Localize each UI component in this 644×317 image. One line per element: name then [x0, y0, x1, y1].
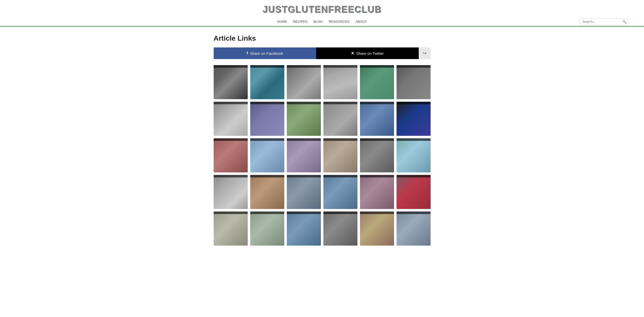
- article-card-7[interactable]: [214, 102, 248, 136]
- forward-icon: ↪: [423, 50, 427, 56]
- article-card-11[interactable]: [360, 102, 394, 136]
- article-card-18[interactable]: [397, 138, 431, 172]
- share-twitter-label: Share on Twitter: [356, 51, 384, 56]
- article-card-6[interactable]: [397, 65, 431, 99]
- article-overlay-6: [397, 65, 431, 68]
- article-card-10[interactable]: [323, 102, 357, 136]
- article-card-19[interactable]: [214, 175, 248, 209]
- nav-resources[interactable]: RESOURCES: [329, 20, 349, 23]
- article-overlay-24: [397, 175, 431, 177]
- article-overlay-14: [250, 138, 284, 141]
- article-card-16[interactable]: [323, 138, 357, 172]
- article-overlay-18: [397, 138, 431, 141]
- article-overlay-25: [214, 212, 248, 214]
- article-card-8[interactable]: [250, 102, 284, 136]
- article-overlay-9: [287, 102, 321, 104]
- article-card-14[interactable]: [250, 138, 284, 172]
- search-button[interactable]: 🔍: [620, 18, 629, 25]
- share-forward-button[interactable]: ↪: [419, 47, 431, 59]
- article-overlay-2: [250, 65, 284, 68]
- article-overlay-10: [323, 102, 357, 104]
- article-overlay-29: [360, 212, 394, 214]
- article-overlay-11: [360, 102, 394, 104]
- article-card-20[interactable]: [250, 175, 284, 209]
- article-card-28[interactable]: [323, 212, 357, 246]
- article-card-26[interactable]: [250, 212, 284, 246]
- nav-recipes[interactable]: RECIPES: [293, 20, 307, 23]
- article-card-15[interactable]: [287, 138, 321, 172]
- article-card-4[interactable]: [323, 65, 357, 99]
- article-overlay-30: [397, 212, 431, 214]
- article-overlay-5: [360, 65, 394, 68]
- article-card-30[interactable]: [397, 212, 431, 246]
- article-overlay-23: [360, 175, 394, 177]
- article-overlay-16: [323, 138, 357, 141]
- share-twitter-button[interactable]: ✕ Share on Twitter: [316, 47, 419, 59]
- article-overlay-20: [250, 175, 284, 177]
- nav-blog[interactable]: BLOG: [314, 20, 323, 23]
- share-bar: f Share on Facebook ✕ Share on Twitter ↪: [214, 47, 431, 59]
- share-facebook-button[interactable]: f Share on Facebook: [214, 47, 316, 59]
- article-overlay-19: [214, 175, 248, 177]
- article-card-21[interactable]: [287, 175, 321, 209]
- article-card-12[interactable]: [397, 102, 431, 136]
- article-overlay-15: [287, 138, 321, 141]
- article-overlay-12: [397, 102, 431, 104]
- article-card-5[interactable]: [360, 65, 394, 99]
- article-overlay-7: [214, 102, 248, 104]
- facebook-icon: f: [247, 51, 248, 56]
- site-logo[interactable]: JUSTGLUTENFREECLUB: [262, 4, 381, 15]
- article-overlay-21: [287, 175, 321, 177]
- article-card-23[interactable]: [360, 175, 394, 209]
- search-container: 🔍: [580, 18, 629, 25]
- share-facebook-label: Share on Facebook: [250, 51, 283, 56]
- article-overlay-3: [287, 65, 321, 68]
- article-overlay-13: [214, 138, 248, 141]
- site-header: JUSTGLUTENFREECLUB HOME RECIPES BLOG RES…: [0, 0, 644, 27]
- article-card-13[interactable]: [214, 138, 248, 172]
- article-card-24[interactable]: [397, 175, 431, 209]
- article-overlay-28: [323, 212, 357, 214]
- article-card-2[interactable]: [250, 65, 284, 99]
- main-nav: HOME RECIPES BLOG RESOURCES ABOUT 🔍: [0, 18, 644, 26]
- article-overlay-17: [360, 138, 394, 141]
- article-overlay-1: [214, 65, 248, 68]
- search-input[interactable]: [580, 18, 620, 25]
- article-card-17[interactable]: [360, 138, 394, 172]
- article-card-9[interactable]: [287, 102, 321, 136]
- article-overlay-26: [250, 212, 284, 214]
- article-overlay-22: [323, 175, 357, 177]
- article-overlay-4: [323, 65, 357, 68]
- main-content: Article Links f Share on Facebook ✕ Shar…: [209, 27, 436, 253]
- article-card-25[interactable]: [214, 212, 248, 246]
- article-overlay-8: [250, 102, 284, 104]
- articles-grid: [214, 65, 431, 246]
- page-title: Article Links: [214, 34, 431, 42]
- article-card-29[interactable]: [360, 212, 394, 246]
- nav-home[interactable]: HOME: [277, 20, 287, 23]
- article-card-1[interactable]: [214, 65, 248, 99]
- nav-about[interactable]: ABOUT: [355, 20, 367, 23]
- article-overlay-27: [287, 212, 321, 214]
- article-card-3[interactable]: [287, 65, 321, 99]
- article-card-27[interactable]: [287, 212, 321, 246]
- twitter-x-icon: ✕: [351, 51, 354, 56]
- article-card-22[interactable]: [323, 175, 357, 209]
